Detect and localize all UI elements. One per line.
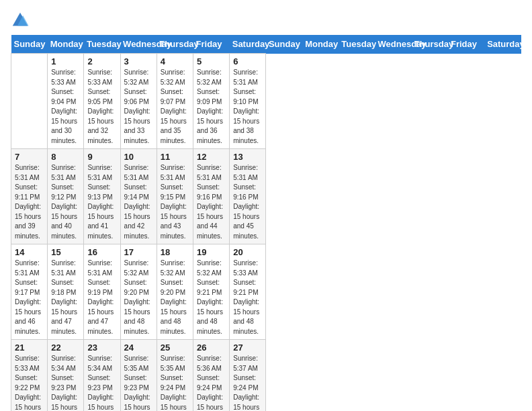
cell-info: Sunrise: 5:35 AM Sunset: 9:24 PM Dayligh… xyxy=(161,354,189,411)
cell-info: Sunrise: 5:32 AM Sunset: 9:20 PM Dayligh… xyxy=(161,259,189,336)
calendar-cell xyxy=(11,54,48,149)
day-number: 8 xyxy=(51,152,80,162)
calendar-cell: 21Sunrise: 5:33 AM Sunset: 9:22 PM Dayli… xyxy=(11,340,48,412)
calendar-cell: 27Sunrise: 5:37 AM Sunset: 9:24 PM Dayli… xyxy=(230,340,266,412)
day-number: 15 xyxy=(51,247,80,257)
calendar-cell: 22Sunrise: 5:34 AM Sunset: 9:23 PM Dayli… xyxy=(48,340,84,412)
cell-info: Sunrise: 5:31 AM Sunset: 9:15 PM Dayligh… xyxy=(161,163,189,241)
day-number: 21 xyxy=(15,342,44,353)
day-number: 18 xyxy=(161,247,189,257)
calendar-week-row: 14Sunrise: 5:31 AM Sunset: 9:17 PM Dayli… xyxy=(11,244,521,340)
calendar-week-row: 1Sunrise: 5:33 AM Sunset: 9:04 PM Daylig… xyxy=(11,54,521,149)
day-header-tuesday: Tuesday xyxy=(84,35,120,54)
cell-info: Sunrise: 5:34 AM Sunset: 9:23 PM Dayligh… xyxy=(87,354,116,411)
calendar-cell: 8Sunrise: 5:31 AM Sunset: 9:12 PM Daylig… xyxy=(48,149,84,244)
cell-info: Sunrise: 5:36 AM Sunset: 9:24 PM Dayligh… xyxy=(197,354,226,411)
day-number: 13 xyxy=(233,152,262,162)
calendar-cell: 17Sunrise: 5:32 AM Sunset: 9:20 PM Dayli… xyxy=(120,244,157,340)
header xyxy=(11,11,521,30)
day-number: 2 xyxy=(87,56,116,66)
cell-info: Sunrise: 5:31 AM Sunset: 9:12 PM Dayligh… xyxy=(51,163,80,241)
day-header-thursday: Thursday xyxy=(157,35,193,54)
logo xyxy=(11,11,32,30)
calendar-cell: 7Sunrise: 5:31 AM Sunset: 9:11 PM Daylig… xyxy=(11,149,48,244)
day-number: 10 xyxy=(124,152,153,162)
calendar-cell: 18Sunrise: 5:32 AM Sunset: 9:20 PM Dayli… xyxy=(157,244,193,340)
cell-info: Sunrise: 5:33 AM Sunset: 9:04 PM Dayligh… xyxy=(51,68,80,146)
day-number: 17 xyxy=(124,247,153,257)
calendar-cell: 2Sunrise: 5:33 AM Sunset: 9:05 PM Daylig… xyxy=(84,54,120,149)
cell-info: Sunrise: 5:32 AM Sunset: 9:06 PM Dayligh… xyxy=(124,68,153,146)
cell-info: Sunrise: 5:32 AM Sunset: 9:09 PM Dayligh… xyxy=(197,68,226,146)
day-number: 9 xyxy=(87,152,116,162)
day-header-sunday: Sunday xyxy=(266,35,302,54)
day-header-saturday: Saturday xyxy=(484,35,521,54)
cell-info: Sunrise: 5:35 AM Sunset: 9:23 PM Dayligh… xyxy=(124,354,153,411)
day-number: 27 xyxy=(233,342,262,353)
cell-info: Sunrise: 5:31 AM Sunset: 9:16 PM Dayligh… xyxy=(233,163,262,241)
day-number: 7 xyxy=(15,152,44,162)
day-header-sunday: Sunday xyxy=(11,35,48,54)
cell-info: Sunrise: 5:31 AM Sunset: 9:17 PM Dayligh… xyxy=(15,259,44,336)
cell-info: Sunrise: 5:37 AM Sunset: 9:24 PM Dayligh… xyxy=(233,354,262,411)
cell-info: Sunrise: 5:34 AM Sunset: 9:23 PM Dayligh… xyxy=(51,354,80,411)
calendar-cell: 12Sunrise: 5:31 AM Sunset: 9:16 PM Dayli… xyxy=(193,149,230,244)
day-number: 25 xyxy=(161,342,189,353)
cell-info: Sunrise: 5:31 AM Sunset: 9:13 PM Dayligh… xyxy=(87,163,116,241)
cell-info: Sunrise: 5:31 AM Sunset: 9:19 PM Dayligh… xyxy=(87,259,116,336)
calendar-header-row: SundayMondayTuesdayWednesdayThursdayFrid… xyxy=(11,35,521,54)
calendar-cell: 14Sunrise: 5:31 AM Sunset: 9:17 PM Dayli… xyxy=(11,244,48,340)
logo-icon xyxy=(11,11,30,30)
calendar-cell: 3Sunrise: 5:32 AM Sunset: 9:06 PM Daylig… xyxy=(120,54,157,149)
day-number: 1 xyxy=(51,56,80,66)
cell-info: Sunrise: 5:32 AM Sunset: 9:20 PM Dayligh… xyxy=(124,259,153,336)
cell-info: Sunrise: 5:31 AM Sunset: 9:11 PM Dayligh… xyxy=(15,163,44,241)
calendar-cell: 15Sunrise: 5:31 AM Sunset: 9:18 PM Dayli… xyxy=(48,244,84,340)
calendar-week-row: 7Sunrise: 5:31 AM Sunset: 9:11 PM Daylig… xyxy=(11,149,521,244)
calendar-cell: 4Sunrise: 5:32 AM Sunset: 9:07 PM Daylig… xyxy=(157,54,193,149)
calendar-cell: 19Sunrise: 5:32 AM Sunset: 9:21 PM Dayli… xyxy=(193,244,230,340)
cell-info: Sunrise: 5:31 AM Sunset: 9:14 PM Dayligh… xyxy=(124,163,153,241)
day-number: 20 xyxy=(233,247,262,257)
calendar-cell: 9Sunrise: 5:31 AM Sunset: 9:13 PM Daylig… xyxy=(84,149,120,244)
day-header-friday: Friday xyxy=(448,35,484,54)
day-number: 16 xyxy=(87,247,116,257)
cell-info: Sunrise: 5:32 AM Sunset: 9:21 PM Dayligh… xyxy=(197,259,226,336)
day-header-wednesday: Wednesday xyxy=(120,35,157,54)
day-number: 6 xyxy=(233,56,262,66)
calendar-cell: 26Sunrise: 5:36 AM Sunset: 9:24 PM Dayli… xyxy=(193,340,230,412)
cell-info: Sunrise: 5:33 AM Sunset: 9:22 PM Dayligh… xyxy=(15,354,44,411)
day-header-friday: Friday xyxy=(193,35,230,54)
day-header-monday: Monday xyxy=(302,35,339,54)
day-number: 12 xyxy=(197,152,226,162)
day-header-tuesday: Tuesday xyxy=(339,35,375,54)
day-number: 22 xyxy=(51,342,80,353)
day-number: 19 xyxy=(197,247,226,257)
day-number: 26 xyxy=(197,342,226,353)
cell-info: Sunrise: 5:31 AM Sunset: 9:16 PM Dayligh… xyxy=(197,163,226,241)
day-number: 23 xyxy=(87,342,116,353)
day-header-monday: Monday xyxy=(48,35,84,54)
day-number: 4 xyxy=(161,56,189,66)
calendar-cell: 16Sunrise: 5:31 AM Sunset: 9:19 PM Dayli… xyxy=(84,244,120,340)
calendar-cell: 25Sunrise: 5:35 AM Sunset: 9:24 PM Dayli… xyxy=(157,340,193,412)
calendar-cell: 5Sunrise: 5:32 AM Sunset: 9:09 PM Daylig… xyxy=(193,54,230,149)
cell-info: Sunrise: 5:33 AM Sunset: 9:21 PM Dayligh… xyxy=(233,259,262,336)
day-number: 11 xyxy=(161,152,189,162)
calendar-cell: 23Sunrise: 5:34 AM Sunset: 9:23 PM Dayli… xyxy=(84,340,120,412)
cell-info: Sunrise: 5:33 AM Sunset: 9:05 PM Dayligh… xyxy=(87,68,116,146)
cell-info: Sunrise: 5:32 AM Sunset: 9:07 PM Dayligh… xyxy=(161,68,189,146)
day-number: 14 xyxy=(15,247,44,257)
calendar-cell: 6Sunrise: 5:31 AM Sunset: 9:10 PM Daylig… xyxy=(230,54,266,149)
calendar-cell: 13Sunrise: 5:31 AM Sunset: 9:16 PM Dayli… xyxy=(230,149,266,244)
calendar-cell: 11Sunrise: 5:31 AM Sunset: 9:15 PM Dayli… xyxy=(157,149,193,244)
day-header-wednesday: Wednesday xyxy=(375,35,412,54)
calendar-cell: 20Sunrise: 5:33 AM Sunset: 9:21 PM Dayli… xyxy=(230,244,266,340)
day-number: 24 xyxy=(124,342,153,353)
day-header-saturday: Saturday xyxy=(230,35,266,54)
calendar-cell: 10Sunrise: 5:31 AM Sunset: 9:14 PM Dayli… xyxy=(120,149,157,244)
day-number: 5 xyxy=(197,56,226,66)
calendar-week-row: 21Sunrise: 5:33 AM Sunset: 9:22 PM Dayli… xyxy=(11,340,521,412)
cell-info: Sunrise: 5:31 AM Sunset: 9:18 PM Dayligh… xyxy=(51,259,80,336)
day-number: 3 xyxy=(124,56,153,66)
